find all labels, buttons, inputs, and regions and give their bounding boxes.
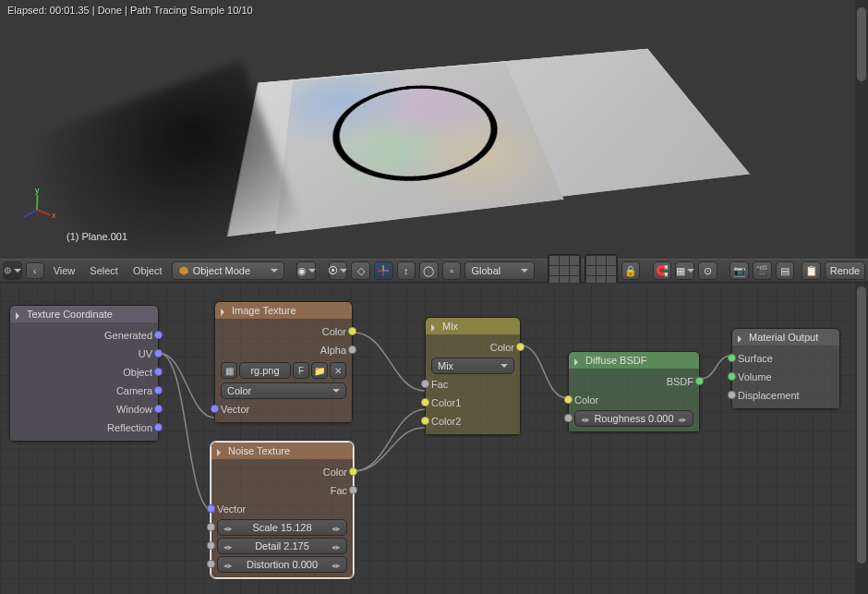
node-editor[interactable]: Texture Coordinate Generated UV Object C… [0, 283, 868, 594]
mode-label: Object Mode [193, 265, 250, 276]
socket-in-fac[interactable]: Fac [426, 375, 520, 394]
node-title: Texture Coordinate [27, 309, 113, 320]
node-title: Noise Texture [228, 445, 290, 456]
pivot-button[interactable]: ⦿ [329, 261, 348, 280]
viewport-scrollbar[interactable] [855, 0, 868, 259]
node-mix[interactable]: Mix Color Mix Fac Color1 Color2 [425, 317, 521, 435]
node-noise-texture[interactable]: Noise Texture Color Fac Vector Scale 15.… [211, 442, 354, 578]
snap-toggle[interactable]: 🧲 [653, 261, 672, 280]
node-body: BSDF Color Roughness 0.000 [569, 369, 699, 431]
axis-x [37, 209, 52, 216]
orientation-select[interactable]: Global [464, 261, 535, 280]
scrollbar-thumb[interactable] [857, 7, 866, 81]
axis-x-label: x [52, 211, 56, 220]
rendered-texture [275, 63, 563, 235]
node-body: Color Fac Vector Scale 15.128 Detail 2.1… [211, 459, 353, 577]
menu-select[interactable]: Select [84, 265, 124, 276]
rendered-scene [133, 22, 720, 259]
node-header[interactable]: Image Texture [215, 302, 352, 319]
render-button[interactable]: Rende [825, 261, 865, 280]
socket-in-surface[interactable]: Surface [732, 349, 839, 368]
node-editor-scrollbar[interactable] [855, 283, 868, 594]
node-body: Color Alpha ▦ rg.png F 📁 ✕ Color Vector [215, 319, 352, 422]
manip-scale[interactable]: ▫ [442, 261, 462, 280]
scrollbar-thumb[interactable] [857, 286, 866, 564]
opengl-playback[interactable]: ▤ [776, 261, 795, 280]
manipulator-toggle[interactable] [374, 261, 393, 280]
socket-out-window[interactable]: Window [10, 400, 158, 418]
node-title: Image Texture [232, 305, 296, 316]
socket-in-displacement[interactable]: Displacement [732, 386, 839, 405]
menu-object[interactable]: Object [127, 265, 168, 276]
rendered-plane-top [227, 48, 750, 236]
opengl-render-image[interactable]: 📷 [729, 261, 749, 280]
distortion-row[interactable]: Distortion 0.000 [211, 555, 353, 574]
collapse-menus-button[interactable]: ‹ [26, 262, 44, 279]
lock-layers-button[interactable]: 🔒 [621, 261, 641, 280]
node-title: Diffuse BSDF [585, 355, 646, 366]
socket-in-color1[interactable]: Color1 [426, 394, 520, 412]
axis-y-label: y [35, 186, 40, 195]
image-open-button[interactable]: 📁 [311, 362, 328, 379]
roughness-row[interactable]: Roughness 0.000 [569, 409, 699, 428]
header-3dview: ‹ View Select Object Object Mode ◉ ⦿ ◇ ↕… [0, 259, 868, 283]
scale-row[interactable]: Scale 15.128 [211, 518, 353, 537]
snap-element[interactable]: ▦ [675, 261, 694, 280]
node-header[interactable]: Material Output [732, 329, 839, 345]
cube-icon [178, 265, 189, 276]
node-body: Generated UV Object Camera Window Reflec… [10, 322, 158, 441]
blend-mode-row[interactable]: Mix [426, 357, 520, 375]
socket-out-generated[interactable]: Generated [10, 326, 158, 345]
socket-in-color2[interactable]: Color2 [426, 412, 520, 430]
node-title: Mix [442, 321, 458, 332]
active-object-label: (1) Plane.001 [66, 231, 127, 242]
snap-target[interactable]: ⊙ [698, 261, 717, 280]
manip-rotate[interactable]: ◯ [419, 261, 439, 280]
socket-out-bsdf[interactable]: BSDF [569, 372, 699, 391]
render-status: Elapsed: 00:01.35 | Done | Path Tracing … [7, 5, 253, 16]
socket-out-color[interactable]: Color [211, 463, 353, 481]
colorspace-row[interactable]: Color [215, 382, 352, 400]
socket-out-fac[interactable]: Fac [211, 481, 353, 500]
viewport-3d[interactable]: Elapsed: 00:01.35 | Done | Path Tracing … [0, 0, 868, 259]
node-header[interactable]: Diffuse BSDF [569, 352, 699, 369]
axis-z [24, 209, 38, 218]
node-image-texture[interactable]: Image Texture Color Alpha ▦ rg.png F 📁 ✕… [214, 301, 353, 423]
menu-view[interactable]: View [48, 265, 81, 276]
node-material-output[interactable]: Material Output Surface Volume Displacem… [731, 328, 840, 409]
manip-translate[interactable]: ↕ [397, 261, 416, 280]
socket-out-camera[interactable]: Camera [10, 382, 158, 400]
socket-in-vector[interactable]: Vector [211, 500, 353, 518]
pivot-individual-button[interactable]: ◇ [351, 261, 370, 280]
detail-row[interactable]: Detail 2.175 [211, 537, 353, 555]
socket-out-color[interactable]: Color [426, 338, 520, 357]
image-browse-button[interactable]: ▦ [221, 362, 237, 379]
node-header[interactable]: Mix [426, 318, 520, 334]
socket-in-volume[interactable]: Volume [732, 368, 839, 386]
node-body: Color Mix Fac Color1 Color2 [426, 334, 520, 434]
node-diffuse-bsdf[interactable]: Diffuse BSDF BSDF Color Roughness 0.000 [568, 351, 700, 432]
mode-select[interactable]: Object Mode [172, 261, 284, 280]
socket-out-reflection[interactable]: Reflection [10, 418, 158, 437]
axis-y [36, 195, 39, 210]
copy-buffer-button[interactable]: 📋 [802, 261, 821, 280]
socket-out-object[interactable]: Object [10, 363, 158, 382]
node-title: Material Output [749, 332, 818, 343]
image-name-field[interactable]: rg.png [239, 362, 291, 379]
socket-out-alpha[interactable]: Alpha [215, 341, 352, 359]
opengl-render-anim[interactable]: 🎬 [753, 261, 772, 280]
image-unlink-button[interactable]: ✕ [330, 362, 346, 379]
socket-in-vector[interactable]: Vector [215, 400, 352, 418]
image-fakeuser-button[interactable]: F [293, 362, 309, 379]
socket-out-uv[interactable]: UV [10, 345, 158, 363]
render-result [4, 4, 864, 257]
socket-in-color[interactable]: Color [569, 391, 699, 409]
socket-out-color[interactable]: Color [215, 322, 352, 341]
image-datablock-row: ▦ rg.png F 📁 ✕ [215, 359, 352, 382]
editor-type-button[interactable] [3, 261, 22, 280]
node-header[interactable]: Texture Coordinate [10, 306, 158, 322]
collapse-icon [16, 312, 23, 320]
node-header[interactable]: Noise Texture [211, 442, 353, 459]
display-mode-button[interactable]: ◉ [296, 261, 316, 280]
node-texture-coordinate[interactable]: Texture Coordinate Generated UV Object C… [9, 305, 159, 442]
